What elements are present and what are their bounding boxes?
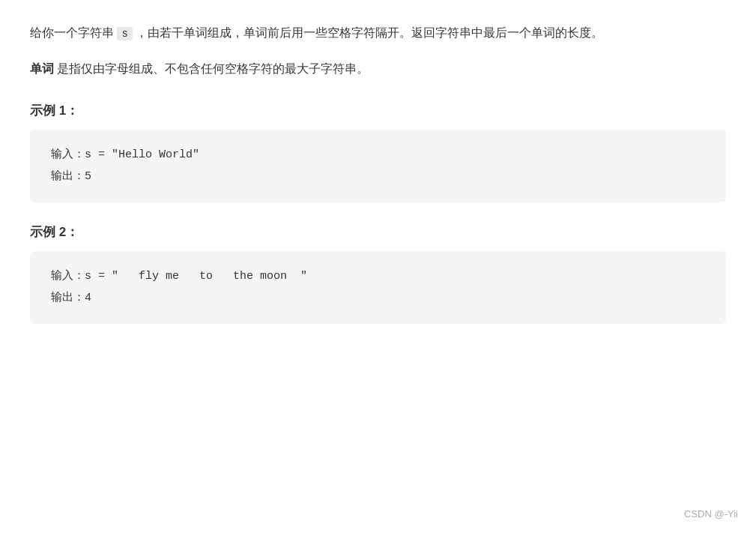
desc-part1: 给你一个字符串 — [30, 26, 114, 39]
example2-code-block: 输入：s = " fly me to the moon " 输出：4 — [30, 251, 726, 324]
example2-input-label: 输入： — [51, 270, 85, 283]
definition-content: 是指仅由字母组成、不包含任何空格字符的最大子字符串。 — [54, 62, 369, 75]
definition-text: 单词 是指仅由字母组成、不包含任何空格字符的最大子字符串。 — [30, 58, 726, 79]
example1-input-label: 输入： — [51, 148, 85, 161]
example2-input-line: 输入：s = " fly me to the moon " — [51, 266, 705, 288]
example1-output-label: 输出： — [51, 170, 85, 183]
example2-input-value: s = " fly me to the moon " — [85, 270, 307, 283]
example2-output-line: 输出：4 — [51, 288, 705, 310]
example2-output-value: 4 — [85, 292, 91, 304]
example2-output-label: 输出： — [51, 292, 85, 304]
example1-output-value: 5 — [85, 170, 91, 183]
term-word: 单词 — [30, 62, 54, 75]
desc-part2: ，由若干单词组成，单词前后用一些空格字符隔开。返回字符串中最后一个单词的长度。 — [136, 26, 603, 39]
watermark-text: CSDN @-Yii — [684, 508, 738, 520]
example1-output-line: 输出：5 — [51, 166, 705, 188]
description-text: 给你一个字符串 s ，由若干单词组成，单词前后用一些空格字符隔开。返回字符串中最… — [30, 22, 726, 43]
example1-code-block: 输入：s = "Hello World" 输出：5 — [30, 130, 726, 202]
example1-input-value: s = "Hello World" — [85, 148, 199, 161]
variable-s: s — [117, 27, 132, 40]
example1-input-line: 输入：s = "Hello World" — [51, 145, 705, 166]
example2-title: 示例 2： — [30, 223, 726, 241]
example1-title: 示例 1： — [30, 102, 726, 119]
